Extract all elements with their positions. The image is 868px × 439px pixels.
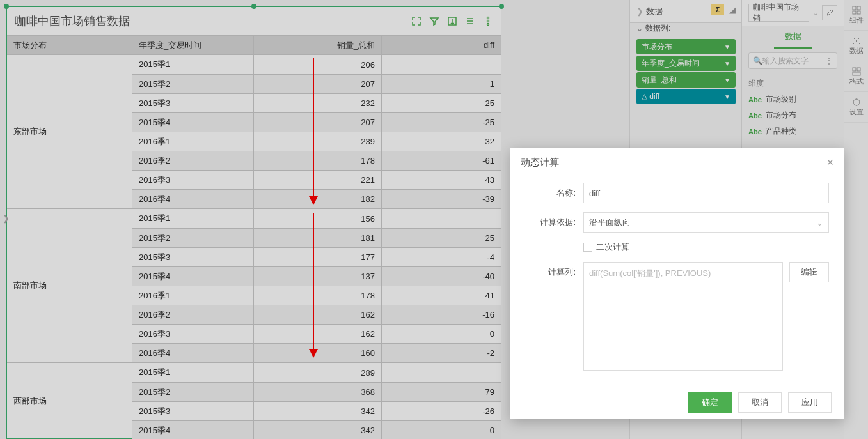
cancel-button[interactable]: 取消 xyxy=(738,392,782,413)
calc-column-textarea[interactable]: diff(Sum(col['销量']), PREVIOUS) xyxy=(583,262,783,371)
name-label: 名称: xyxy=(526,183,583,199)
basis-label: 计算依据: xyxy=(526,212,583,228)
close-icon[interactable]: ✕ xyxy=(826,157,834,167)
name-input[interactable] xyxy=(583,183,829,203)
ok-button[interactable]: 确定 xyxy=(688,392,732,413)
edit-button[interactable]: 编辑 xyxy=(789,262,829,282)
dialog-title: 动态计算 xyxy=(521,157,559,169)
secondary-checkbox[interactable]: 二次计算 xyxy=(583,242,629,253)
basis-select[interactable]: 沿平面纵向⌄ xyxy=(583,212,829,233)
apply-button[interactable]: 应用 xyxy=(788,392,832,413)
dynamic-calc-dialog: 动态计算 ✕ 名称: 计算依据: 沿平面纵向⌄ 二次计算 计算列: diff(S… xyxy=(510,148,844,419)
calc-col-label: 计算列: xyxy=(526,262,583,278)
